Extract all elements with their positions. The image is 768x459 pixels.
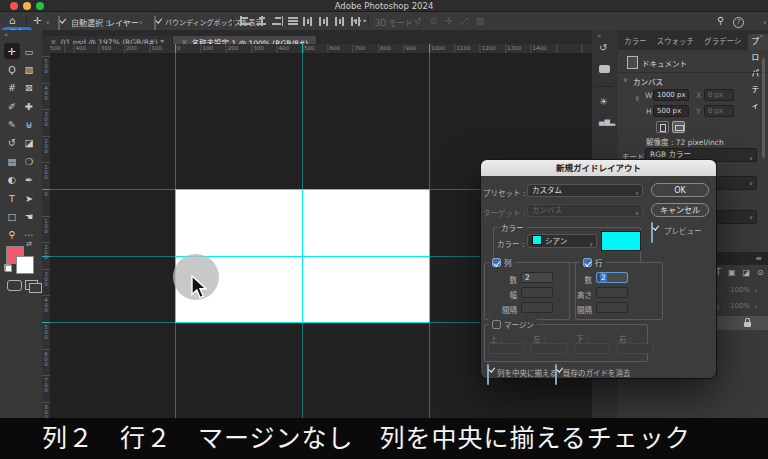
preview-checkbox[interactable] <box>651 222 653 243</box>
clear-guides-checkbox[interactable] <box>555 364 557 385</box>
y-field[interactable]: 0 px <box>704 105 734 117</box>
panel-tab-プロパティ[interactable]: プロパティ <box>748 34 768 50</box>
height-field[interactable]: 500 px <box>653 105 689 117</box>
help-icon[interactable]: ? <box>733 17 744 28</box>
pen-tool[interactable]: ✒ <box>21 172 37 188</box>
columns-checkbox[interactable] <box>492 258 501 267</box>
opacity-value[interactable]: 100% <box>730 286 750 294</box>
history-panel-icon[interactable]: ↺ <box>599 42 607 53</box>
center-columns-checkbox[interactable] <box>487 364 489 385</box>
gradient-tool[interactable]: ▤ <box>4 153 20 169</box>
row-gutter-field[interactable] <box>596 302 628 313</box>
workspace-chevron-icon[interactable]: ∨ <box>763 19 767 25</box>
distribute-icon[interactable] <box>318 16 329 26</box>
move-tool-icon[interactable]: ✛ <box>33 16 41 26</box>
canvas-section-label[interactable]: カンバス <box>633 76 663 87</box>
chevron-down-icon[interactable]: ∨ <box>46 19 50 25</box>
lock-icon[interactable] <box>744 322 751 327</box>
histogram-panel-icon[interactable]: ▄▆▂ <box>599 118 615 126</box>
shape-tool[interactable]: □ <box>4 209 20 225</box>
layer-filter-icon[interactable]: ⊙ <box>757 268 764 277</box>
link-dimensions-icon[interactable]: ∞ <box>633 95 642 101</box>
layer-filter-icon[interactable]: ▣ <box>728 268 736 277</box>
chevron-down-icon[interactable]: ∨ <box>139 19 143 25</box>
distribute-icon[interactable] <box>302 16 313 26</box>
row-count-field[interactable]: 2 <box>596 272 628 283</box>
dialog-title[interactable]: 新規ガイドレイアウト <box>481 160 716 176</box>
section-chevron-icon[interactable]: ∨ <box>623 76 628 84</box>
search-icon[interactable]: ⚲ <box>717 16 724 26</box>
quick-mask-button[interactable] <box>7 280 22 291</box>
panel-scrollbar[interactable] <box>762 58 765 158</box>
panel-menu-icon[interactable]: ≡ <box>755 254 762 263</box>
distribute-icon[interactable] <box>334 16 345 26</box>
collapse-dock-icon[interactable]: » <box>759 32 763 40</box>
layer-filter-icon[interactable]: ◪ <box>742 268 750 277</box>
align-center-icon[interactable] <box>256 16 267 26</box>
color-preview-swatch[interactable] <box>601 231 641 251</box>
blur-tool[interactable]: ❍ <box>21 153 37 169</box>
crop-tool[interactable]: # <box>4 80 20 96</box>
guide-horizontal-bright[interactable] <box>175 189 429 190</box>
rows-checkbox[interactable] <box>583 258 592 267</box>
adjustments-panel-icon[interactable]: ☀ <box>599 96 608 107</box>
screen-mode-button[interactable] <box>25 280 38 290</box>
clear-guides-label: 既存のガイドを消去 <box>563 367 631 378</box>
fill-value[interactable]: 100% <box>730 302 750 310</box>
hand-tool[interactable]: ☚ <box>21 209 37 225</box>
lasso-tool[interactable]: Ϙ <box>4 61 20 77</box>
chevron-down-icon[interactable]: ∨ <box>754 287 758 293</box>
move-tool[interactable]: ✛ <box>4 43 20 59</box>
column-width-field[interactable] <box>521 287 553 298</box>
layer-filter-icon[interactable]: T <box>716 268 721 277</box>
collapse-toolbar-icon[interactable]: « <box>4 31 8 39</box>
width-field[interactable]: 1000 px <box>653 89 689 101</box>
brush-tool[interactable]: ✎ <box>4 117 20 133</box>
default-colors-icon[interactable] <box>4 264 12 272</box>
ok-button[interactable]: OK <box>651 183 709 197</box>
guide-notch <box>429 44 430 53</box>
eraser-tool[interactable]: ◪ <box>21 135 37 151</box>
window-titlebar: Adobe Photoshop 2024 <box>0 0 768 12</box>
background-color-swatch[interactable] <box>16 256 34 274</box>
auto-select-dropdown[interactable]: レイヤー <box>107 17 139 28</box>
marquee-tool[interactable]: ▭ <box>21 43 37 59</box>
type-tool[interactable]: T <box>4 190 20 206</box>
zoom-tool[interactable]: ⚲ <box>4 227 20 243</box>
panel-tab-スウォッチ[interactable]: スウォッチ <box>653 34 699 50</box>
column-gutter-field[interactable] <box>521 302 553 313</box>
landscape-orientation-button[interactable] <box>672 121 685 133</box>
frame-tool[interactable]: ⊠ <box>21 80 37 96</box>
history-brush-tool[interactable]: ↺ <box>4 135 20 151</box>
align-stack-icon[interactable] <box>288 16 299 26</box>
swap-colors-icon[interactable]: ⇄ <box>26 240 32 248</box>
guide-horizontal-bright[interactable] <box>175 256 429 257</box>
home-icon[interactable]: ⌂ <box>9 16 15 26</box>
guide-notch <box>302 44 303 53</box>
align-left-icon[interactable] <box>240 16 251 26</box>
panel-tab-カラー[interactable]: カラー <box>620 34 651 50</box>
preset-dropdown[interactable]: カスタム∨ <box>527 184 643 197</box>
row-height-field[interactable] <box>596 287 628 298</box>
collapse-dock-icon[interactable]: « <box>597 32 601 40</box>
dodge-tool[interactable]: ◐ <box>4 172 20 188</box>
column-count-field[interactable]: 2 <box>521 272 553 283</box>
healing-brush-tool[interactable]: ✚ <box>21 98 37 114</box>
3d-mode-icon: ▤ <box>476 16 485 27</box>
guide-horizontal-bright[interactable] <box>175 322 429 323</box>
chevron-down-icon[interactable]: ∨ <box>754 303 758 309</box>
path-selection-tool[interactable]: ➤ <box>21 190 37 206</box>
cancel-button[interactable]: キャンセル <box>651 203 709 217</box>
clone-stamp-tool[interactable]: ⊎ <box>21 117 37 133</box>
guide-notch <box>42 322 50 323</box>
more-options-button[interactable]: ∙∙∙ <box>352 16 367 25</box>
comments-panel-icon[interactable] <box>599 65 610 73</box>
align-right-icon[interactable] <box>272 16 283 26</box>
object-selection-tool[interactable]: ▧ <box>21 61 37 77</box>
margin-checkbox[interactable] <box>492 320 501 329</box>
guide-color-dropdown[interactable]: シアン∨ <box>527 234 597 248</box>
panel-tab-グラデーシ[interactable]: グラデーシ <box>700 34 745 50</box>
eyedropper-tool[interactable]: ✐ <box>4 98 20 114</box>
portrait-orientation-button[interactable] <box>656 121 669 133</box>
x-field[interactable]: 0 px <box>704 89 734 101</box>
